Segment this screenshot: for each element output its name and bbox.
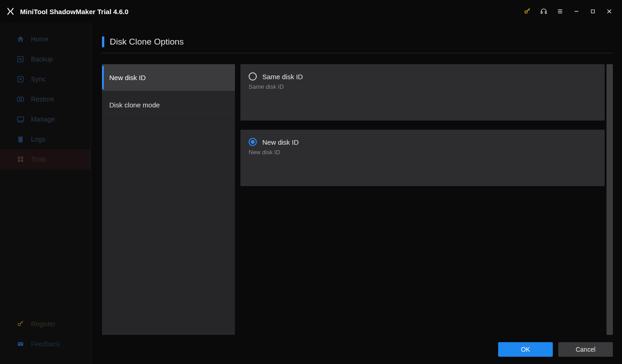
sidebar-item-sync[interactable]: Sync xyxy=(0,69,91,89)
sidebar-item-logs[interactable]: Logs xyxy=(0,129,91,149)
svg-point-13 xyxy=(20,98,22,101)
close-button[interactable] xyxy=(602,4,617,19)
sidebar-item-label: Logs xyxy=(31,136,45,143)
footer-buttons: OK Cancel xyxy=(102,335,613,357)
radio-card-new-disk-id[interactable]: New disk ID New disk ID xyxy=(240,130,605,186)
radio-label: Same disk ID xyxy=(262,73,303,81)
support-icon[interactable] xyxy=(536,4,551,19)
radio-description: Same disk ID xyxy=(249,83,597,90)
cancel-button[interactable]: Cancel xyxy=(558,342,613,357)
svg-rect-21 xyxy=(21,160,23,162)
sidebar-item-label: Home xyxy=(31,35,49,43)
option-category-list: New disk ID Disk clone mode xyxy=(102,64,235,335)
svg-rect-1 xyxy=(541,12,542,14)
logs-icon xyxy=(16,135,25,143)
page-title: Disk Clone Options xyxy=(110,37,184,47)
sidebar-item-label: Feedback xyxy=(31,340,60,348)
sidebar-item-label: Restore xyxy=(31,96,54,103)
svg-rect-12 xyxy=(17,97,24,101)
minimize-button[interactable] xyxy=(569,4,584,19)
sidebar-item-restore[interactable]: Restore xyxy=(0,89,91,109)
register-key-icon xyxy=(16,320,25,328)
svg-rect-19 xyxy=(21,157,23,159)
sidebar: Home Backup Sync Restore xyxy=(0,23,91,364)
sidebar-item-feedback[interactable]: Feedback xyxy=(0,334,91,354)
sidebar-item-label: Tools xyxy=(31,156,46,163)
title-accent xyxy=(102,36,104,47)
menu-icon[interactable] xyxy=(553,4,567,19)
restore-icon xyxy=(16,95,25,103)
sidebar-item-backup[interactable]: Backup xyxy=(0,49,91,69)
sidebar-item-label: Manage xyxy=(31,116,55,123)
sidebar-item-label: Backup xyxy=(31,56,53,63)
titlebar: MiniTool ShadowMaker Trial 4.6.0 xyxy=(0,0,622,23)
option-category-label: New disk ID xyxy=(109,74,146,81)
svg-rect-2 xyxy=(545,12,546,14)
app-title: MiniTool ShadowMaker Trial 4.6.0 xyxy=(20,8,128,15)
scrollbar[interactable] xyxy=(607,64,613,335)
sync-icon xyxy=(16,75,25,83)
app-logo-icon xyxy=(5,6,15,16)
sidebar-item-label: Sync xyxy=(31,76,46,83)
radio-description: New disk ID xyxy=(249,149,597,156)
option-category-new-disk-id[interactable]: New disk ID xyxy=(102,64,235,91)
main-content: Disk Clone Options New disk ID Disk clon… xyxy=(91,23,622,364)
home-icon xyxy=(16,35,25,43)
backup-icon xyxy=(16,55,25,63)
option-category-disk-clone-mode[interactable]: Disk clone mode xyxy=(102,91,235,119)
maximize-button[interactable] xyxy=(586,4,600,19)
svg-rect-17 xyxy=(20,136,22,137)
svg-rect-23 xyxy=(18,342,23,346)
radio-new-disk-id[interactable] xyxy=(249,138,257,146)
page-title-row: Disk Clone Options xyxy=(102,36,613,53)
svg-rect-14 xyxy=(17,117,24,121)
manage-icon xyxy=(16,115,25,123)
radio-label: New disk ID xyxy=(262,138,299,146)
svg-rect-7 xyxy=(591,10,595,13)
radio-card-same-disk-id[interactable]: Same disk ID Same disk ID xyxy=(240,64,605,121)
option-detail-panel: Same disk ID Same disk ID New disk ID Ne… xyxy=(240,64,613,335)
option-category-label: Disk clone mode xyxy=(109,101,160,109)
sidebar-item-label: Register xyxy=(31,320,56,328)
activate-key-icon[interactable] xyxy=(520,4,535,19)
svg-rect-20 xyxy=(18,160,20,162)
sidebar-item-manage[interactable]: Manage xyxy=(0,109,91,129)
sidebar-item-home[interactable]: Home xyxy=(0,29,91,49)
svg-point-22 xyxy=(18,324,20,326)
svg-rect-18 xyxy=(18,157,20,159)
feedback-mail-icon xyxy=(16,340,25,348)
sidebar-item-register[interactable]: Register xyxy=(0,314,91,334)
svg-point-0 xyxy=(525,11,527,13)
ok-button[interactable]: OK xyxy=(498,342,553,357)
radio-same-disk-id[interactable] xyxy=(249,72,257,81)
sidebar-item-tools[interactable]: Tools xyxy=(0,149,91,169)
tools-icon xyxy=(16,155,25,163)
svg-rect-16 xyxy=(19,136,23,142)
